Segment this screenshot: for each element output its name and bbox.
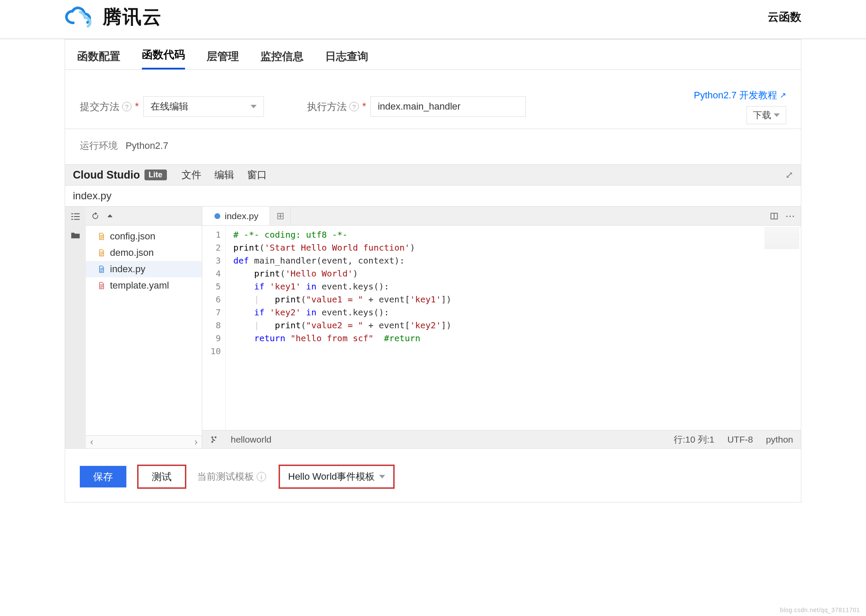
- tab-1[interactable]: 函数代码: [142, 47, 185, 69]
- submit-method-select[interactable]: 在线编辑: [143, 96, 264, 117]
- file-row-index-py[interactable]: index.py: [86, 261, 202, 277]
- language-mode[interactable]: python: [766, 434, 793, 445]
- exec-method-label: 执行方法?: [307, 100, 366, 113]
- svg-point-0: [214, 213, 220, 219]
- template-value: Hello World事件模板: [288, 470, 375, 483]
- encoding[interactable]: UTF-8: [727, 434, 753, 445]
- minimap[interactable]: [765, 227, 799, 249]
- exec-method-input[interactable]: index.main_handler: [370, 96, 526, 117]
- template-select[interactable]: Hello World事件模板: [280, 466, 393, 487]
- yaml-icon: [97, 281, 106, 290]
- submit-method-value: 在线编辑: [151, 100, 188, 113]
- submit-method-label: 提交方法?: [80, 100, 139, 113]
- section-title: 云函数: [768, 9, 801, 25]
- code-tabs: index.py ⊞ ⋯: [202, 207, 801, 226]
- function-tabs: 函数配置函数代码层管理监控信息日志查询: [65, 39, 801, 70]
- cursor-position[interactable]: 行:10 列:1: [674, 434, 715, 446]
- line-gutter: 12345678910: [202, 226, 226, 430]
- code-scroll[interactable]: 12345678910 # -*- coding: utf8 -*-print(…: [202, 226, 801, 430]
- open-file-bar: index.py: [65, 185, 801, 207]
- file-row-config-json[interactable]: config.json: [86, 228, 202, 245]
- editor-menu-2[interactable]: 窗口: [247, 169, 267, 180]
- file-name: template.yaml: [110, 280, 169, 291]
- config-row: 提交方法? 在线编辑 执行方法? index.main_handler Pyth…: [65, 70, 801, 129]
- brand-name: 腾讯云: [103, 4, 162, 30]
- file-name: demo.json: [110, 247, 154, 258]
- brand-left: 腾讯云: [65, 4, 162, 30]
- runtime-label: 运行环境: [80, 140, 118, 151]
- help-icon[interactable]: ?: [349, 102, 359, 111]
- lite-badge: Lite: [144, 170, 167, 180]
- tab-2[interactable]: 层管理: [207, 49, 239, 69]
- file-tree[interactable]: config.jsondemo.jsonindex.pytemplate.yam…: [86, 226, 202, 435]
- code-tab-label: index.py: [225, 211, 258, 221]
- expand-icon[interactable]: ⤢: [785, 170, 793, 181]
- template-label: 当前测试模板 i: [197, 470, 268, 483]
- python-icon: [213, 212, 221, 220]
- branch-name[interactable]: helloworld: [231, 434, 272, 445]
- code-tab-tools: ⋯: [770, 207, 801, 225]
- chevron-down-icon: [251, 105, 257, 108]
- download-button[interactable]: 下载: [747, 106, 786, 124]
- tab-4[interactable]: 日志查询: [325, 49, 368, 69]
- code-area: index.py ⊞ ⋯ 12345678910 # -*- coding: u…: [202, 207, 801, 448]
- editor-body: config.jsondemo.jsonindex.pytemplate.yam…: [65, 207, 801, 448]
- scroll-left-icon[interactable]: ‹: [90, 437, 93, 448]
- folder-icon[interactable]: [69, 229, 82, 242]
- editor-brand: Cloud Studio Lite: [73, 169, 167, 181]
- action-bar: 保存 测试 当前测试模板 i Hello World事件模板: [65, 449, 801, 503]
- explorer-header: [86, 207, 202, 226]
- collapse-icon[interactable]: [106, 212, 114, 220]
- cloud-studio-editor: Cloud Studio Lite 文件编辑窗口 ⤢ index.py: [65, 165, 801, 449]
- split-editor-icon[interactable]: [770, 212, 778, 220]
- external-link-icon: ↗: [780, 91, 786, 100]
- code-tab-indexpy[interactable]: index.py: [202, 207, 270, 225]
- scroll-right-icon[interactable]: ›: [195, 437, 198, 448]
- code-content[interactable]: # -*- coding: utf8 -*-print('Start Hello…: [226, 226, 801, 430]
- file-name: config.json: [110, 231, 155, 242]
- tab-0[interactable]: 函数配置: [77, 49, 120, 69]
- editor-menu-0[interactable]: 文件: [182, 169, 201, 180]
- explorer-scrollbar[interactable]: ‹ ›: [86, 435, 202, 448]
- dev-doc-link[interactable]: Python2.7 开发教程 ↗: [694, 89, 786, 102]
- config-right: Python2.7 开发教程 ↗ 下载: [694, 89, 786, 124]
- file-row-template-yaml[interactable]: template.yaml: [86, 277, 202, 294]
- file-explorer: config.jsondemo.jsonindex.pytemplate.yam…: [86, 207, 202, 448]
- save-button[interactable]: 保存: [80, 466, 126, 487]
- test-button[interactable]: 测试: [138, 466, 185, 487]
- brand-bar: 腾讯云 云函数: [0, 0, 866, 39]
- info-icon[interactable]: i: [257, 472, 266, 481]
- file-row-demo-json[interactable]: demo.json: [86, 245, 202, 261]
- exec-method-value: index.main_handler: [378, 101, 461, 112]
- new-tab-button[interactable]: ⊞: [270, 207, 291, 225]
- runtime-row: 运行环境 Python2.7: [65, 129, 801, 165]
- chevron-down-icon: [774, 113, 780, 117]
- chevron-down-icon: [379, 475, 385, 478]
- python-icon: [97, 265, 106, 273]
- status-bar: helloworld 行:10 列:1 UTF-8 python: [202, 430, 801, 448]
- editor-menu-1[interactable]: 编辑: [214, 169, 234, 180]
- json-icon: [97, 248, 106, 257]
- help-icon[interactable]: ?: [122, 102, 132, 111]
- more-icon[interactable]: ⋯: [785, 211, 795, 222]
- json-icon: [97, 232, 106, 241]
- file-name: index.py: [110, 264, 145, 275]
- outline-icon[interactable]: [69, 210, 82, 223]
- activity-bar: [65, 207, 86, 448]
- branch-icon: [210, 436, 218, 443]
- editor-toolbar: Cloud Studio Lite 文件编辑窗口 ⤢: [65, 165, 801, 185]
- refresh-icon[interactable]: [91, 212, 100, 220]
- runtime-value: Python2.7: [126, 140, 168, 151]
- tab-3[interactable]: 监控信息: [260, 49, 304, 69]
- tencent-cloud-logo-icon: [65, 6, 95, 28]
- main-panel: 函数配置函数代码层管理监控信息日志查询 提交方法? 在线编辑 执行方法? ind…: [65, 39, 801, 503]
